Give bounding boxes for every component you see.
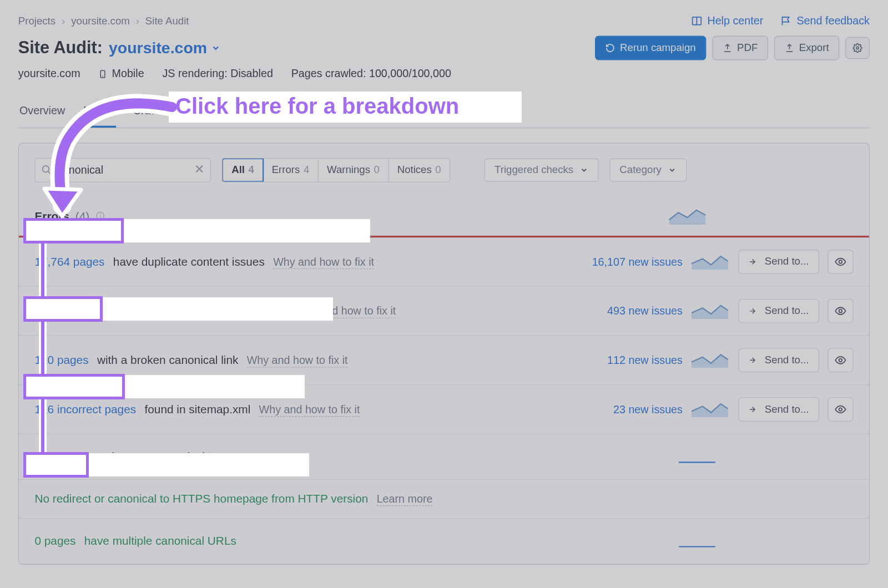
chevron-right-icon: › bbox=[62, 15, 65, 27]
share-icon bbox=[749, 404, 759, 414]
issue-sparkline-flat bbox=[678, 531, 717, 551]
filter-errors[interactable]: Errors4 bbox=[263, 159, 318, 182]
send-feedback-link[interactable]: Send feedback bbox=[780, 14, 870, 27]
svg-point-15 bbox=[839, 408, 842, 410]
settings-button[interactable] bbox=[845, 37, 870, 59]
view-button[interactable] bbox=[828, 299, 853, 323]
export-button[interactable]: Export bbox=[774, 36, 839, 60]
new-issues-count[interactable]: 112 new issues bbox=[573, 354, 683, 367]
issue-description: with a broken canonical link bbox=[97, 353, 238, 367]
issue-row: 0 pageshave multiple canonical URLs bbox=[19, 519, 869, 564]
view-button[interactable] bbox=[828, 250, 853, 274]
issue-link[interactable]: 116 incorrect pages bbox=[34, 402, 136, 415]
eye-icon bbox=[834, 256, 846, 268]
page-title: Site Audit: bbox=[18, 38, 103, 58]
eye-icon bbox=[834, 305, 846, 317]
refresh-icon bbox=[606, 43, 615, 53]
filter-all[interactable]: All4 bbox=[222, 158, 264, 183]
view-button[interactable] bbox=[828, 348, 853, 372]
svg-point-12 bbox=[839, 260, 842, 263]
new-issues-count[interactable]: 493 new issues bbox=[573, 305, 683, 317]
issue-sparkline bbox=[691, 350, 730, 371]
meta-js-rendering: JS rendering: Disabled bbox=[162, 68, 273, 80]
chevron-down-icon bbox=[211, 43, 221, 53]
filter-notices[interactable]: Notices0 bbox=[389, 159, 450, 182]
flag-icon bbox=[780, 15, 792, 27]
help-center-link[interactable]: Help center bbox=[691, 14, 763, 27]
meta-device: Mobile bbox=[98, 68, 144, 80]
issue-description: have multiple canonical URLs bbox=[84, 535, 236, 548]
upload-icon bbox=[784, 43, 794, 53]
category-dropdown[interactable]: Category bbox=[609, 159, 687, 182]
eye-icon bbox=[834, 403, 846, 415]
new-issues-count[interactable]: 23 new issues bbox=[573, 403, 683, 416]
share-icon bbox=[749, 257, 759, 267]
breadcrumb-section: Site Audit bbox=[145, 15, 189, 27]
svg-point-2 bbox=[856, 47, 859, 49]
learn-more-link[interactable]: Learn more bbox=[377, 493, 433, 506]
share-icon bbox=[749, 356, 759, 366]
issue-sparkline-flat bbox=[678, 447, 717, 467]
issue-link[interactable]: No redirect or canonical to HTTPS homepa… bbox=[34, 492, 368, 505]
send-to-button[interactable]: Send to... bbox=[739, 250, 819, 274]
issue-link[interactable]: 0 pages bbox=[34, 535, 75, 548]
fix-link[interactable]: Why and how to fix it bbox=[247, 354, 348, 367]
issue-row: 17,764 pageshave duplicate content issue… bbox=[19, 237, 869, 287]
chevron-down-icon bbox=[668, 166, 676, 174]
fix-link[interactable]: Why and how to fix it bbox=[259, 403, 360, 417]
issue-sparkline bbox=[691, 301, 730, 321]
send-to-button[interactable]: Send to... bbox=[739, 397, 819, 422]
svg-point-13 bbox=[839, 310, 842, 312]
meta-domain: yoursite.com bbox=[18, 68, 80, 80]
issue-description: found in sitemap.xml bbox=[144, 402, 250, 415]
eye-icon bbox=[834, 354, 846, 366]
annotation-arrow bbox=[39, 92, 183, 219]
issue-description: have duplicate content issues bbox=[113, 255, 265, 268]
issue-sparkline bbox=[691, 251, 730, 272]
issue-row: No redirect or canonical to HTTPS homepa… bbox=[19, 480, 869, 519]
send-to-button[interactable]: Send to... bbox=[739, 348, 819, 372]
fix-link[interactable]: Why and how to fix it bbox=[273, 255, 374, 268]
breadcrumb-domain[interactable]: yoursite.com bbox=[71, 15, 130, 27]
book-icon bbox=[691, 15, 703, 27]
filter-warnings[interactable]: Warnings0 bbox=[319, 159, 389, 182]
domain-dropdown[interactable]: yoursite.com bbox=[109, 39, 220, 58]
breadcrumb-projects[interactable]: Projects bbox=[18, 15, 56, 27]
svg-point-14 bbox=[839, 359, 842, 362]
section-sparkline bbox=[669, 206, 708, 227]
issue-sparkline bbox=[691, 399, 730, 419]
clear-search-button[interactable] bbox=[194, 164, 205, 177]
meta-pages-crawled: Pages crawled: 100,000/100,000 bbox=[291, 68, 451, 80]
rerun-campaign-button[interactable]: Rerun campaign bbox=[595, 36, 706, 60]
breadcrumb: Projects › yoursite.com › Site Audit bbox=[18, 15, 189, 27]
triggered-checks-dropdown[interactable]: Triggered checks bbox=[484, 159, 598, 182]
severity-filter: All4 Errors4 Warnings0 Notices0 bbox=[222, 158, 450, 183]
view-button[interactable] bbox=[828, 397, 853, 422]
svg-rect-3 bbox=[100, 70, 105, 78]
pdf-button[interactable]: PDF bbox=[712, 36, 768, 60]
mobile-icon bbox=[98, 68, 107, 80]
chevron-right-icon: › bbox=[136, 15, 139, 27]
new-issues-count[interactable]: 16,107 new issues bbox=[573, 255, 683, 268]
upload-icon bbox=[723, 43, 733, 53]
send-to-button[interactable]: Send to... bbox=[739, 299, 819, 323]
gear-icon bbox=[852, 43, 862, 53]
share-icon bbox=[749, 306, 759, 316]
chevron-down-icon bbox=[579, 166, 588, 174]
